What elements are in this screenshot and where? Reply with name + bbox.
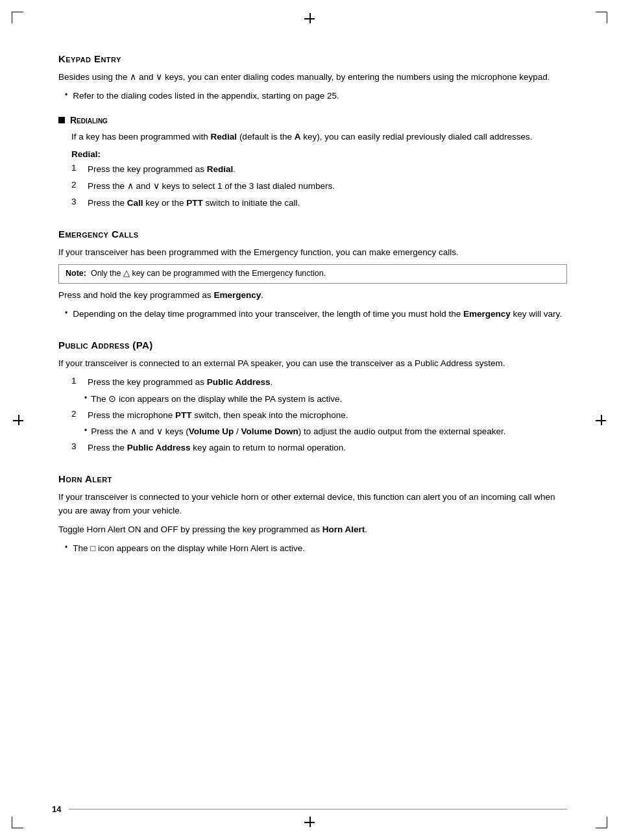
step-1: 1 Press the key programmed as Redial. [58,163,567,177]
page-footer: 14 [52,804,567,814]
bullet-icon-pa2: • [84,426,87,435]
pa-step-2-bullet: • Press the ∧ and ∨ keys (Volume Up / Vo… [58,425,567,439]
redialing-heading: Redialing [58,115,567,125]
pa-step-1-bullet-text: The ⊙ icon appears on the display while … [91,393,567,406]
emergency-bullet-text: Depending on the delay time programmed i… [73,308,567,321]
bullet-icon-horn: • [65,543,67,552]
pa-step-2: 2 Press the microphone PTT switch, then … [58,409,567,423]
public-address-heading: Public Address (PA) [58,340,567,351]
note-text: Only the △ key can be programmed with th… [91,269,326,278]
pa-step-3: 3 Press the Public Address key again to … [58,441,567,455]
footer-line [69,809,567,809]
corner-mark-br [596,817,607,828]
pa-steps: 1 Press the key programmed as Public Add… [58,376,567,456]
keypad-entry-bullet-text: Refer to the dialing codes listed in the… [73,90,567,103]
pa-step-2-bullet-text: Press the ∧ and ∨ keys (Volume Up / Volu… [91,425,567,439]
corner-mark-tl [12,12,23,23]
bullet-icon-pa1: • [84,393,87,402]
emergency-intro: If your transceiver has been programmed … [58,246,567,260]
redialing-steps: 1 Press the key programmed as Redial. 2 … [58,163,567,210]
corner-mark-bl [12,817,23,828]
horn-alert-toggle: Toggle Horn Alert ON and OFF by pressing… [58,523,567,537]
crossmark-right [596,415,606,425]
bullet-icon: • [65,90,67,99]
page: Keypad Entry Besides using the ∧ and ∨ k… [0,0,619,840]
redialing-intro: If a key has been programmed with Redial… [58,130,567,144]
emergency-calls-heading: Emergency Calls [58,229,567,240]
corner-mark-tr [596,12,607,23]
crossmark-bottom [304,817,315,827]
bullet-icon-emergency: • [65,308,67,317]
redial-label: Redial: [58,149,567,159]
pa-intro: If your transceiver is connected to an e… [58,357,567,371]
horn-alert-bullet-text: The □ icon appears on the display while … [73,542,567,556]
horn-alert-intro: If your transceiver is connected to your… [58,491,567,518]
page-number: 14 [52,804,61,814]
horn-alert-bullet: • The □ icon appears on the display whil… [58,542,567,556]
keypad-entry-intro: Besides using the ∧ and ∨ keys, you can … [58,71,567,84]
horn-alert-heading: Horn Alert [58,473,567,484]
crossmark-left [13,415,23,425]
emergency-press-text: Press and hold the key programmed as Eme… [58,289,567,303]
black-square-icon [58,117,65,123]
crossmark-top [304,13,315,23]
pa-step-1-bullet: • The ⊙ icon appears on the display whil… [58,393,567,406]
note-label: Note: [66,269,88,278]
main-content: Keypad Entry Besides using the ∧ and ∨ k… [58,53,567,556]
pa-step-1: 1 Press the key programmed as Public Add… [58,376,567,389]
step-2: 2 Press the ∧ and ∨ keys to select 1 of … [58,180,567,193]
keypad-entry-bullet: • Refer to the dialing codes listed in t… [58,90,567,103]
emergency-bullet: • Depending on the delay time programmed… [58,308,567,321]
note-box: Note: Only the △ key can be programmed w… [58,264,567,284]
keypad-entry-heading: Keypad Entry [58,53,567,64]
step-3: 3 Press the Call key or the PTT switch t… [58,197,567,210]
